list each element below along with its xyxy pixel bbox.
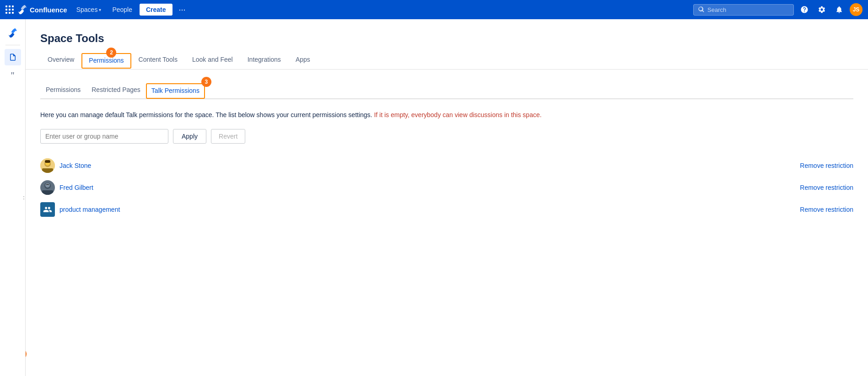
sidebar-divider-1 (5, 45, 20, 45)
tab-overview[interactable]: Overview (40, 52, 81, 69)
settings-button[interactable] (815, 4, 829, 16)
fred-gilbert-remove-restriction[interactable]: Remove restriction (800, 184, 853, 191)
list-item: Jack Stone Remove restriction (40, 155, 853, 177)
sidebar-quote-icon[interactable]: " (5, 67, 21, 84)
sub-tab-restricted-pages[interactable]: Restricted Pages (86, 82, 146, 99)
talk-permissions-badge: 3 (201, 77, 211, 87)
product-management-remove-restriction[interactable]: Remove restriction (800, 206, 853, 213)
top-navigation: Confluence Spaces ▾ People Create ··· Se… (0, 0, 868, 19)
svg-point-8 (45, 183, 50, 188)
list-item: Fred Gilbert Remove restriction (40, 177, 853, 199)
jack-stone-avatar (40, 158, 55, 173)
revert-button[interactable]: Revert (211, 129, 245, 144)
app-layout: " Space Tools Overview Permissions 2 Con… (0, 19, 868, 376)
page-header: Space Tools Overview Permissions 2 Conte… (26, 19, 868, 70)
add-user-form: Apply Revert (40, 129, 853, 144)
more-nav-button[interactable]: ··· (176, 4, 189, 16)
main-tabs: Overview Permissions 2 Content Tools Loo… (40, 52, 853, 69)
sub-tabs: Permissions Restricted Pages Talk Permis… (40, 82, 853, 99)
spaces-nav-link[interactable]: Spaces ▾ (73, 4, 105, 15)
help-button[interactable] (798, 4, 811, 16)
product-management-name[interactable]: product management (59, 206, 795, 213)
content-area: Permissions Restricted Pages Talk Permis… (26, 70, 868, 233)
fred-gilbert-avatar (40, 180, 55, 195)
permissions-highlight: If it is empty, everybody can view discu… (374, 111, 541, 118)
app-switcher-icon[interactable] (5, 5, 14, 14)
search-bar[interactable]: Search (693, 4, 794, 16)
tab-apps[interactable]: Apps (288, 52, 318, 69)
left-sidebar: " (0, 19, 26, 376)
list-item: product management Remove restriction (40, 199, 853, 220)
user-group-input[interactable] (40, 129, 168, 144)
tab-integrations[interactable]: Integrations (240, 52, 288, 69)
svg-rect-2 (42, 168, 53, 173)
user-avatar[interactable]: JS (850, 3, 863, 16)
create-button[interactable]: Create (140, 4, 173, 16)
tab-permissions[interactable]: Permissions (81, 53, 131, 69)
help-icon (800, 5, 809, 14)
sidebar-resize-handle[interactable] (22, 188, 25, 207)
jack-stone-name[interactable]: Jack Stone (59, 162, 795, 169)
sidebar-page-icon[interactable] (5, 49, 21, 65)
fred-gilbert-name[interactable]: Fred Gilbert (59, 184, 795, 191)
svg-rect-4 (45, 160, 50, 163)
main-content: Space Tools Overview Permissions 2 Conte… (26, 19, 868, 376)
permissions-description: Here you can manage default Talk permiss… (40, 110, 853, 120)
notifications-icon (835, 5, 843, 14)
tab-content-tools[interactable]: Content Tools (131, 52, 185, 69)
sub-tab-permissions[interactable]: Permissions (40, 82, 86, 99)
notifications-button[interactable] (832, 4, 846, 16)
settings-icon (818, 5, 826, 14)
people-nav-link[interactable]: People (108, 4, 136, 15)
tab-look-and-feel[interactable]: Look and Feel (185, 52, 240, 69)
sidebar-home-icon[interactable] (5, 25, 21, 41)
search-icon (698, 6, 705, 13)
jack-stone-remove-restriction[interactable]: Remove restriction (800, 162, 853, 169)
apply-button[interactable]: Apply (173, 129, 206, 144)
svg-rect-7 (42, 190, 53, 195)
sub-tab-talk-permissions[interactable]: Talk Permissions (146, 83, 205, 99)
user-list: Jack Stone Remove restriction (40, 155, 853, 220)
page-title: Space Tools (40, 32, 853, 45)
product-management-avatar (40, 202, 55, 217)
confluence-logo[interactable]: Confluence (18, 5, 67, 14)
